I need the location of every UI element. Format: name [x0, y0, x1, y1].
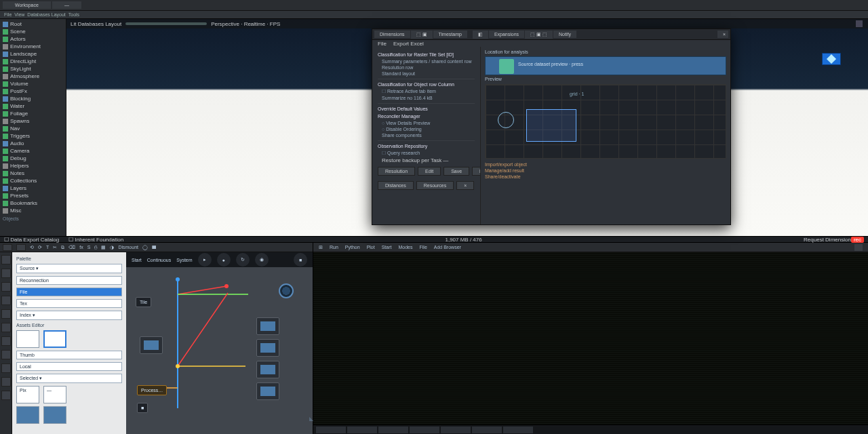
- pal-chip[interactable]: —: [43, 386, 66, 403]
- con-tab[interactable]: Plot: [367, 245, 375, 250]
- viewport-slider[interactable]: [125, 22, 207, 25]
- con-tab[interactable]: Start: [382, 245, 392, 250]
- list-item[interactable]: Share/deactivate: [485, 174, 726, 180]
- dlg-tab[interactable]: ⬚ ▣: [411, 31, 433, 39]
- pal-field[interactable]: Tex: [16, 299, 122, 308]
- tb-lab[interactable]: fx: [79, 245, 83, 250]
- list-item[interactable]: Import/export object: [485, 161, 726, 167]
- dlg-close-button[interactable]: ×: [456, 181, 474, 190]
- opt-line[interactable]: Resolution row: [378, 64, 475, 71]
- tb-lab[interactable]: Dismount: [118, 245, 138, 250]
- tool-icon[interactable]: [1, 282, 11, 292]
- gem-icon[interactable]: [822, 53, 841, 65]
- tb-lab[interactable]: ⟳: [38, 245, 42, 250]
- tb-lab[interactable]: ⎙: [94, 245, 97, 250]
- node-box[interactable]: [256, 361, 279, 378]
- pal-field[interactable]: Local: [16, 362, 122, 371]
- dlg-tab[interactable]: Notify: [553, 31, 576, 38]
- node-out[interactable]: ■: [137, 403, 148, 413]
- task-item[interactable]: [378, 427, 408, 433]
- tb-lab[interactable]: T: [46, 245, 49, 250]
- task-item[interactable]: [347, 427, 377, 433]
- preview-grid[interactable]: grid · 1: [485, 84, 726, 159]
- pal-combo[interactable]: Selected ▾: [16, 374, 122, 383]
- tb-lab[interactable]: ⌫: [68, 245, 75, 250]
- edit-button[interactable]: Edit: [418, 167, 441, 176]
- node-box[interactable]: [256, 317, 279, 335]
- viewport-3d[interactable]: Lit Databases Layout Perspective · Realt…: [66, 19, 868, 236]
- tree-node[interactable]: Notes: [0, 170, 66, 177]
- tree-node[interactable]: Actors: [0, 35, 66, 43]
- dlg-tab[interactable]: ◧: [473, 31, 488, 39]
- tb-lab[interactable]: ⧉: [61, 245, 64, 250]
- tree-node[interactable]: Audio: [0, 140, 66, 147]
- con-tab[interactable]: Python: [345, 245, 360, 250]
- pal-field-selected[interactable]: File: [16, 288, 122, 296]
- con-tab[interactable]: Add Browser: [434, 245, 461, 250]
- ribbon-file[interactable]: File: [4, 12, 12, 17]
- opt-check[interactable]: Retrace Active tab item: [378, 88, 475, 95]
- thumb[interactable]: [16, 330, 39, 348]
- tb-lab[interactable]: S: [87, 245, 91, 250]
- opt-line[interactable]: Share components: [378, 132, 475, 138]
- viewport-mode[interactable]: Lit Databases Layout: [71, 21, 121, 27]
- task-item[interactable]: [410, 427, 439, 433]
- task-item[interactable]: [472, 427, 502, 433]
- opt-line[interactable]: Standard layout: [378, 71, 475, 77]
- tree-node[interactable]: Root: [0, 20, 66, 28]
- console-output[interactable]: ◣: [313, 252, 868, 425]
- tree-node[interactable]: PostFx: [0, 87, 66, 95]
- status-item[interactable]: ☐ Inherent Foundation: [68, 237, 123, 243]
- distances-button[interactable]: Distances: [378, 181, 414, 190]
- ribbon-tools[interactable]: Tools: [68, 12, 79, 17]
- title-tab-2[interactable]: —: [52, 1, 81, 9]
- tool-icon[interactable]: [1, 309, 11, 319]
- tree-node[interactable]: Layers: [0, 184, 66, 192]
- tb-lab[interactable]: ◑: [110, 245, 114, 250]
- thumb[interactable]: [16, 406, 39, 424]
- pal-field[interactable]: Thumb: [16, 351, 122, 359]
- resources-button[interactable]: Resources: [416, 181, 454, 190]
- ribbon-layout[interactable]: Databases Layout: [27, 12, 65, 17]
- dlg-tab[interactable]: Dimensions: [374, 31, 410, 38]
- tree-node[interactable]: Environment: [0, 43, 66, 50]
- tool-icon[interactable]: [1, 363, 11, 373]
- tb-lab[interactable]: ⟲: [30, 245, 34, 250]
- tool-icon[interactable]: [1, 323, 11, 332]
- con-tab[interactable]: File: [420, 245, 427, 250]
- ribbon-view[interactable]: View: [14, 12, 24, 17]
- tb-lab[interactable]: ◯: [142, 245, 148, 250]
- outliner-tree[interactable]: Root Scene Actors Environment Landscape …: [0, 19, 66, 236]
- tree-node[interactable]: Nav: [0, 125, 66, 132]
- tb-lab[interactable]: ✂: [53, 245, 57, 250]
- node-process[interactable]: Process…: [137, 385, 167, 395]
- dlg-sub[interactable]: Export Excel: [393, 41, 424, 47]
- tree-node[interactable]: Collections: [0, 177, 66, 184]
- tb-lab[interactable]: ▦: [101, 245, 106, 250]
- con-tab[interactable]: ⊞: [319, 245, 323, 250]
- node-label[interactable]: Tile: [136, 297, 151, 307]
- node-box[interactable]: [140, 336, 163, 354]
- tb-btn[interactable]: [3, 244, 12, 251]
- tree-node[interactable]: Debug: [0, 155, 66, 162]
- tool-icon[interactable]: [1, 255, 11, 264]
- dlg-tab[interactable]: Expansions: [489, 31, 524, 38]
- tool-icon[interactable]: [1, 391, 11, 400]
- block-canvas[interactable]: Start Continuous System ▸ ● ↻ ◉ ■: [126, 252, 313, 434]
- close-icon[interactable]: ×: [717, 31, 728, 38]
- opt-check[interactable]: Query research: [378, 150, 475, 157]
- tree-node[interactable]: Camera: [0, 147, 66, 155]
- tb-btn[interactable]: [16, 244, 26, 251]
- pal-field[interactable]: Reconnection: [16, 276, 122, 285]
- tree-node[interactable]: Bookmarks: [0, 199, 66, 207]
- thumb-selected[interactable]: [43, 330, 66, 348]
- tool-icon[interactable]: [1, 350, 11, 359]
- opt-radio[interactable]: Disable Ordering: [378, 126, 475, 132]
- opt-radio[interactable]: View Details Preview: [378, 120, 475, 126]
- tree-node[interactable]: Presets: [0, 192, 66, 199]
- tree-node[interactable]: Water: [0, 102, 66, 110]
- pal-chip[interactable]: Pix: [16, 386, 39, 403]
- scroll-handle-icon[interactable]: ◣: [309, 416, 313, 422]
- save-button[interactable]: Save: [443, 167, 469, 176]
- task-item[interactable]: [503, 427, 533, 433]
